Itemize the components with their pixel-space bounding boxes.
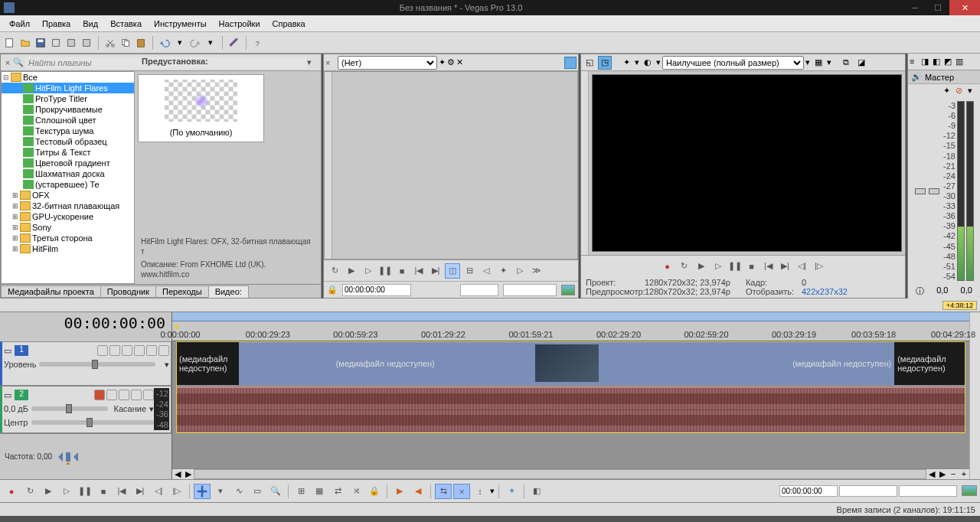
master-fx-icon[interactable]: ✦ (943, 86, 954, 96)
key-prev-icon[interactable]: ◁ (479, 263, 494, 279)
tl-loop-icon[interactable]: ↻ (21, 484, 38, 499)
sync-cursor-icon[interactable]: ◫ (445, 263, 460, 279)
apan-slider[interactable] (31, 420, 155, 425)
panel-close-icon[interactable]: × (2, 58, 13, 67)
timeline-ruler[interactable]: 0:00:00:00 00:00:29:23 00:00:59:23 00:01… (172, 312, 969, 341)
timeline-tracks[interactable]: (медиафайл недоступен) (медиафайл недост… (172, 341, 969, 468)
render-icon[interactable] (49, 36, 63, 50)
mixer-icon3[interactable]: ◧ (933, 57, 943, 67)
preview-ext-icon[interactable]: ◱ (583, 56, 596, 70)
tc-field-1[interactable] (779, 485, 838, 497)
tl-prev-frame-icon[interactable]: ◁| (150, 484, 167, 499)
fx-chain-icon[interactable]: ⚙ (447, 57, 455, 67)
tl-ignore-group-icon[interactable]: ✦ (503, 484, 520, 499)
timecode-display[interactable]: 00:00:00:00 (0, 312, 172, 341)
video-clip-unavailable[interactable]: (медиафайл недоступен) (894, 341, 965, 385)
minimize-button[interactable]: ─ (903, 0, 926, 15)
plugin-item[interactable]: HitFilm Light Flares (35, 83, 108, 93)
plugin-item[interactable]: Тестовый образец (35, 137, 107, 146)
menu-insert[interactable]: Вставка (104, 18, 148, 30)
stop-icon[interactable]: ■ (394, 263, 410, 279)
asolo-icon[interactable] (143, 390, 154, 400)
tl-marker-out-icon[interactable]: ◀ (410, 484, 426, 499)
pause-icon[interactable]: ❚❚ (377, 263, 393, 279)
mixer-icon5[interactable]: ▥ (956, 57, 966, 67)
loop-icon[interactable]: ↻ (677, 259, 692, 274)
video-clip[interactable]: (медиафайл недоступен) (603, 341, 894, 385)
key-add-icon[interactable]: ✦ (495, 263, 511, 279)
tl-zoom-icon[interactable]: 🔍 (267, 484, 284, 499)
play-begin-icon[interactable]: ▶ (344, 263, 359, 279)
fader-right[interactable] (928, 101, 940, 281)
fx-box1[interactable] (460, 284, 498, 296)
timeline-hscroll[interactable]: ◀ ▶ ◀ ▶ − + (172, 468, 969, 479)
tree-folder[interactable]: HitFilm (32, 244, 58, 253)
tl-normal-edit-icon[interactable] (194, 484, 211, 499)
tree-folder[interactable]: Третья сторона (32, 233, 93, 243)
menu-edit[interactable]: Правка (36, 18, 77, 30)
mixer-icon1[interactable]: ≡ (910, 57, 920, 67)
properties-icon[interactable] (64, 36, 78, 50)
loop-icon[interactable]: ↻ (327, 263, 342, 279)
tl-next-frame-icon[interactable]: |▷ (168, 484, 185, 499)
record-icon[interactable]: ● (660, 259, 675, 274)
step-fwd-icon[interactable]: |▷ (812, 259, 827, 274)
amute-icon[interactable] (131, 390, 142, 400)
overlay-icon[interactable]: ▦ (812, 56, 825, 70)
tl-play-begin-icon[interactable]: ▶ (40, 484, 57, 499)
pause-icon[interactable]: ❚❚ (727, 259, 743, 274)
tl-crossfade-icon[interactable]: ⨉ (453, 484, 470, 499)
go-end-icon[interactable]: ▶| (778, 259, 793, 274)
thumbnail-icon[interactable] (561, 285, 575, 295)
lock-icon[interactable]: 🔒 (327, 285, 338, 295)
undo-drop-icon[interactable]: ▾ (173, 36, 187, 50)
menu-help[interactable]: Справка (266, 18, 312, 30)
split-icon[interactable]: ⊟ (462, 263, 477, 279)
menu-tools[interactable]: Инструменты (148, 18, 213, 30)
go-start-icon[interactable]: |◀ (761, 259, 776, 274)
arm-record-icon[interactable] (94, 390, 105, 400)
preset-thumbnail[interactable]: (По умолчанию) (138, 74, 264, 142)
tree-root[interactable]: Все (23, 73, 38, 82)
track-motion-icon[interactable] (109, 345, 120, 356)
fx-window-icon[interactable] (564, 57, 577, 69)
copy-snap-icon[interactable]: ⧉ (839, 56, 853, 70)
menu-view[interactable]: Вид (77, 18, 104, 30)
track-fx-icon[interactable] (122, 345, 132, 356)
key-next-icon[interactable]: ▷ (512, 263, 528, 279)
plugin-item[interactable]: (устаревшее) Те (35, 180, 100, 189)
tree-folder[interactable]: OFX (32, 191, 50, 200)
preview-device-icon[interactable]: ◳ (598, 56, 612, 70)
plugin-item[interactable]: ProType Titler (35, 94, 87, 103)
tl-go-start-icon[interactable]: |◀ (113, 484, 130, 499)
vtrack-min-icon[interactable]: ▭ (4, 346, 11, 356)
preview-quality-select[interactable]: Наилучшее (полный размер) (662, 56, 804, 70)
tree-folder[interactable]: GPU-ускорение (32, 212, 93, 221)
solo-icon[interactable] (158, 345, 169, 356)
play-begin-icon[interactable]: ▶ (694, 259, 709, 274)
tl-autocross-icon[interactable]: ⤨ (348, 484, 364, 499)
atrack-min-icon[interactable]: ▭ (4, 390, 11, 400)
stop-icon[interactable]: ■ (744, 259, 760, 274)
mixer-icon4[interactable]: ◩ (944, 57, 955, 67)
tab-explorer[interactable]: Проводник (100, 285, 156, 298)
tl-record-icon[interactable]: ● (3, 484, 20, 499)
video-clip[interactable]: (медиафайл недоступен) (239, 341, 531, 385)
tc-field-2[interactable] (839, 485, 897, 497)
plugin-item[interactable]: Прокручиваемые (35, 105, 103, 114)
copy-icon[interactable] (119, 36, 132, 50)
audio-db-label[interactable]: 0,0 дБ (4, 404, 28, 413)
master-foot-icon[interactable]: ⓘ (916, 285, 924, 297)
tl-marker-in-icon[interactable]: ▶ (391, 484, 408, 499)
tl-preview-icon[interactable] (962, 485, 977, 496)
play-icon[interactable]: ▷ (361, 263, 376, 279)
redo-icon[interactable] (188, 36, 202, 50)
fx-box2[interactable] (503, 284, 557, 296)
plugins-tree[interactable]: ⊟Все HitFilm Light Flares ProType Titler… (1, 71, 135, 284)
play-icon[interactable]: ▷ (710, 259, 726, 274)
fx-on-icon[interactable]: ✦ (439, 57, 446, 67)
tl-ripple-icon[interactable]: ⇆ (435, 484, 452, 499)
shuttle-control[interactable] (57, 449, 80, 465)
atrack-fx-icon[interactable] (106, 390, 117, 400)
plugin-item[interactable]: Текстура шума (35, 126, 93, 135)
